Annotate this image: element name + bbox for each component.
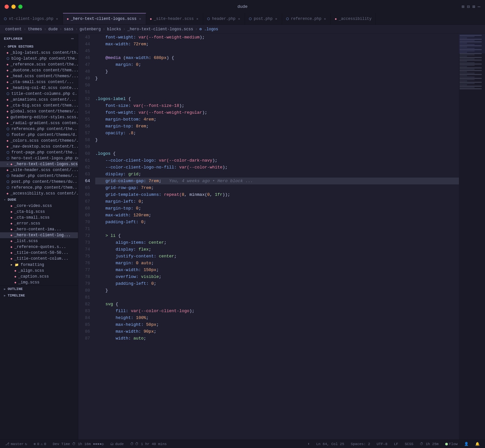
dev-time[interactable]: Dev Time ⏱ 1h 16m ●●●●◎ [52,442,105,446]
file-item-duotone[interactable]: ◆ _duotone.scss content/them... [0,67,78,73]
remote-icon[interactable]: 👤 [463,442,470,446]
dude-file-caption[interactable]: ◆ _caption.scss [0,274,78,280]
layout-icon[interactable]: ⊞ [462,4,464,9]
dude-file-error[interactable]: ◆ _error.scss [0,221,78,226]
file-name: _title-content-50-50... [14,251,68,255]
open-editors-section[interactable]: ▾ OPEN EDITORS [0,43,78,50]
tab-reference-php[interactable]: ⬡ reference.php ✕ [282,13,331,24]
file-item-hero-text-client-logos-scss[interactable]: ✕ ◆ _hero-text-client-logos.scss... [0,161,78,167]
file-item-front-page[interactable]: ⬡ front-page.php content/the... [0,150,78,155]
tab-close-icon[interactable]: ✕ [275,16,278,22]
scss-file-icon: ◆ [10,204,12,208]
close-button[interactable] [5,5,9,9]
line-num-64: 64 [78,178,90,184]
file-item-post-php[interactable]: ⬡ post.php content/themes/du... [0,179,78,185]
file-item-radial-gradient[interactable]: ◆ _radial-gradient.scss conten... [0,120,78,126]
file-name: _align.scss [18,268,44,273]
clock-time[interactable]: ⏱ ⏱ 1 hr 40 mins [129,442,168,446]
file-item-colors[interactable]: ◆ _colors.scss content/themes/... [0,138,78,144]
file-item-heading-col[interactable]: ◆ _heading-col-42.scss conte... [0,85,78,91]
file-item-reference-php[interactable]: ⬡ reference.php content/them... [0,185,78,191]
file-name: post.php content/themes/du... [11,180,78,184]
language-mode[interactable]: SCSS [403,442,415,446]
git-branch[interactable]: ⎇ master ↻ [4,442,28,446]
encoding-setting[interactable]: UTF-8 [375,442,389,446]
code-content[interactable]: font-weight: var(--font-weight-medium); … [93,34,459,440]
outline-section[interactable]: ▶ OUTLINE [0,285,78,292]
dude-file-core-video[interactable]: ◆ _core-video.scss [0,203,78,209]
tab-site-header[interactable]: ◆ _site-header.scss ✕ [146,13,203,24]
php-icon: ⬡ [286,17,289,21]
code-editor[interactable]: 43 44 45 46 47 48 49 50 51 52 53 54 55 5… [78,34,459,440]
dude-file-img[interactable]: ◆ _img.scss [0,280,78,285]
file-item-references-php[interactable]: ⬡ references.php content/the... [0,126,78,132]
dude-file-cta-big[interactable]: ◆ _cta-big.scss [0,209,78,215]
file-item-hero-text-client-logos-php[interactable]: ⬡ hero-text-client-logos.php content/... [0,155,78,161]
tab-header-php[interactable]: ⬡ header.php ✕ [203,13,245,24]
file-item-site-header[interactable]: ◆ _site-header.scss content/... [0,167,78,173]
tab-xt-client-logos[interactable]: ⬡ xt-client-logos.php ✕ [0,13,63,24]
file-item-accessibility[interactable]: ◆ _accessibility.scss content/... [0,191,78,196]
sidebar-more-icon[interactable]: ⋯ [71,36,74,41]
code-line-83: fill: var(--color-client-logo); [95,308,459,314]
file-item-blog-latest-scss[interactable]: ◆ _blog-latest.scss content/th... [0,50,78,56]
dude-file-cta-small[interactable]: ◆ _cta-small.scss [0,215,78,221]
tab-close-icon[interactable]: ✕ [323,16,326,22]
tab-close-icon[interactable]: ✕ [196,16,199,22]
timeline-section[interactable]: ▶ TIMELINE [0,292,78,299]
tab-label: xt-client-logos.php [9,17,53,21]
close-icon[interactable]: ✕ [7,162,8,166]
tab-post-php[interactable]: ⬡ post.php ✕ [245,13,282,24]
dude-file-reference-quotes[interactable]: ◆ _reference-quotes.s... [0,244,78,250]
upload-icon-status[interactable]: ⬆ [306,442,311,446]
cursor-position[interactable]: Ln 64, Col 25 [315,442,346,446]
window-controls[interactable] [5,5,23,9]
file-item-header-php[interactable]: ⬡ header.php content/themes/... [0,173,78,179]
file-item-animations[interactable]: ◆ _animations.scss content/... [0,97,78,103]
flow-status[interactable]: Flow [444,442,459,446]
tab-hero-text-client-logos[interactable]: ◆ _hero-text-client-logos.scss ✕ [63,13,146,24]
file-item-gutenberg-editor[interactable]: ◆ gutenberg-editor-styles.scss... [0,114,78,120]
split-icon[interactable]: ⊟ [467,4,470,9]
panel-icon[interactable]: ⊠ [472,4,475,9]
folder-name[interactable]: 🗂 dude [109,442,125,446]
dude-file-list[interactable]: ◆ _list.scss [0,238,78,244]
dude-file-align[interactable]: ◆ _align.scss [0,268,78,274]
dude-file-hero-text-client[interactable]: ◆ _hero-text-client-log... [0,232,78,238]
bell-icon-status[interactable]: 🔔 [474,442,481,446]
line-num-76: 76 [78,260,90,267]
code-line-72: > li { [95,232,459,239]
scss-file-icon: ◆ [10,233,12,237]
file-item-reference-scss[interactable]: ◆ _reference.scss content/the... [0,62,78,67]
more-icon[interactable]: ⋯ [478,4,480,9]
file-item-nav-desktop[interactable]: ◆ _nav-desktop.scss content/t... [0,144,78,150]
spaces-setting[interactable]: Spaces: 2 [349,442,371,446]
dude-section[interactable]: ▾ DUDE [0,196,78,203]
code-line-68: margin-top: 0; [95,205,459,212]
file-name: global.scss content/themes/... [10,109,78,114]
tab-close-icon[interactable]: ✕ [139,16,142,22]
scss-file-icon: ◆ [7,121,8,125]
dude-file-title-content-col[interactable]: ◆ _title-content-colum... [0,256,78,262]
file-item-head[interactable]: ◆ _head.scss content/themes/... [0,73,78,79]
dude-file-title-content-50[interactable]: ◆ _title-content-50-50... [0,250,78,256]
dude-folder-formatting[interactable]: ▸ 📁 formatting [0,262,78,268]
line-num-71: 71 [78,225,90,232]
file-item-cta-small[interactable]: ◆ _cta-small.scss content/... [0,79,78,85]
file-item-title-content-columns[interactable]: ⬡ title-content-columns.php c... [0,91,78,97]
minimize-button[interactable] [11,5,16,9]
file-item-global[interactable]: ◆ global.scss content/themes/... [0,108,78,114]
folder-text: dude [115,442,124,446]
file-item-blog-latest-php[interactable]: ⬡ blog-latest.php content/the... [0,56,78,62]
dude-file-hero-content-ima[interactable]: ◆ _hero-content-ima... [0,226,78,232]
file-name: _head.scss content/themes/... [10,74,78,79]
tab-close-icon[interactable]: ✕ [55,16,59,22]
maximize-button[interactable] [18,5,23,9]
tab-close-icon[interactable]: ✕ [237,16,241,22]
error-warning-count[interactable]: ⊗ 0 ⚠ 0 [32,442,47,446]
tab-accessibility[interactable]: ◆ _accessibility [331,13,376,24]
time-status[interactable]: ⏱ 1h 25m [418,442,440,446]
eol-setting[interactable]: LF [393,442,400,446]
file-item-cta-big[interactable]: ◆ _cta-big.scss content/them... [0,103,78,108]
file-item-footer[interactable]: ⬡ footer.php content/themes/d... [0,132,78,138]
